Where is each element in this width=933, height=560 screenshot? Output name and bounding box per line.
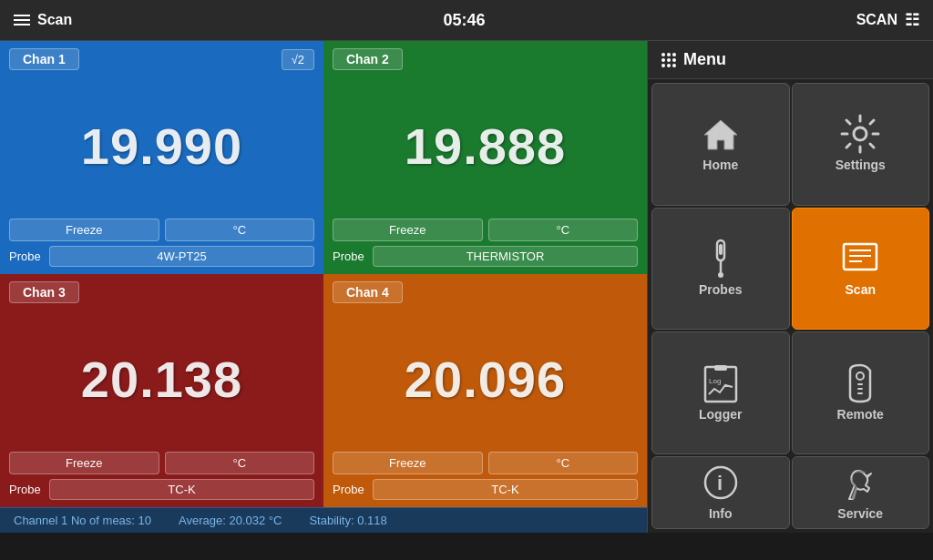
menu-probes-label: Probes (699, 282, 742, 297)
channel-2-probe-value: THERMISTOR (373, 246, 638, 267)
svg-rect-11 (719, 244, 723, 255)
menu-title: Menu (683, 50, 726, 69)
menu-info-label: Info (709, 506, 733, 521)
channel-4-unit-button[interactable]: °C (488, 452, 639, 474)
channel-1-probe: Probe 4W-PT25 (9, 246, 314, 267)
menu-item-remote[interactable]: Remote (792, 331, 930, 454)
menu-item-logger[interactable]: Log Logger (651, 331, 790, 454)
status-bar: Channel 1 No of meas: 10 Average: 20.032… (0, 507, 647, 533)
svg-line-6 (846, 120, 850, 124)
info-icon: i (699, 464, 743, 501)
channel-4-name-button[interactable]: Chan 4 (333, 281, 403, 303)
scan-icon (838, 240, 882, 277)
channel-3-probe-value: TC-K (49, 479, 314, 500)
header-time: 05:46 (443, 11, 485, 30)
menu-logger-label: Logger (699, 407, 742, 422)
svg-point-21 (856, 372, 864, 380)
svg-rect-24 (857, 392, 863, 394)
menu-home-label: Home (702, 158, 738, 172)
channel-3-header: Chan 3 (9, 281, 314, 303)
channel-2-controls: Freeze °C (333, 219, 638, 241)
channel-3-unit-button[interactable]: °C (165, 452, 315, 474)
menu-item-scan[interactable]: Scan (792, 208, 930, 331)
svg-line-9 (846, 144, 850, 148)
menu-header: Menu (648, 41, 933, 79)
channel-3-controls: Freeze °C (9, 452, 314, 474)
channel-4-freeze-button[interactable]: Freeze (333, 452, 483, 474)
svg-text:i: i (717, 472, 723, 494)
header-title-area: Scan (14, 12, 72, 28)
channel-section: Chan 1 √2 19.990 Freeze °C Probe 4W-PT25… (0, 41, 647, 533)
channel-1-panel: Chan 1 √2 19.990 Freeze °C Probe 4W-PT25 (0, 41, 323, 274)
channel-1-value: 19.990 (9, 75, 314, 219)
channel-3-name-button[interactable]: Chan 3 (9, 281, 79, 303)
app-title: Scan (37, 12, 72, 28)
channel-4-value: 20.096 (333, 308, 638, 452)
menu-dots-icon (661, 53, 676, 67)
scan-label: SCAN (856, 12, 897, 28)
svg-text:Log: Log (709, 377, 721, 385)
channel-1-probe-value: 4W-PT25 (49, 246, 314, 267)
channel-2-probe: Probe THERMISTOR (333, 246, 638, 267)
settings-icon (838, 116, 882, 152)
channel-1-probe-label: Probe (9, 249, 44, 263)
channel-3-probe: Probe TC-K (9, 479, 314, 500)
channel-1-header: Chan 1 √2 (9, 48, 314, 70)
channel-3-freeze-button[interactable]: Freeze (9, 452, 159, 474)
channel-1-controls: Freeze °C (9, 219, 314, 241)
channel-grid: Chan 1 √2 19.990 Freeze °C Probe 4W-PT25… (0, 41, 647, 507)
service-icon (838, 464, 882, 501)
menu-item-home[interactable]: Home (651, 83, 790, 206)
menu-item-service[interactable]: Service (792, 456, 930, 529)
svg-point-1 (854, 127, 866, 140)
channel-4-probe: Probe TC-K (333, 479, 638, 500)
home-icon (699, 116, 743, 152)
channel-4-probe-label: Probe (333, 483, 367, 496)
channel-4-panel: Chan 4 20.096 Freeze °C Probe TC-K (323, 274, 647, 507)
channel-1-freeze-button[interactable]: Freeze (9, 219, 159, 241)
menu-hamburger-icon (14, 15, 30, 25)
status-average: Average: 20.032 °C (179, 514, 282, 527)
channel-3-value: 20.138 (9, 308, 314, 452)
channel-4-probe-value: TC-K (373, 479, 638, 500)
channel-3-probe-label: Probe (9, 483, 44, 496)
logger-icon: Log (699, 365, 743, 402)
menu-remote-label: Remote (837, 407, 884, 422)
status-channel-info: Channel 1 No of meas: 10 (14, 514, 151, 527)
header-scan-area: SCAN ☷ (856, 10, 919, 30)
menu-grid: Home (648, 79, 933, 533)
channel-1-unit-button[interactable]: °C (165, 219, 315, 241)
menu-settings-label: Settings (836, 158, 886, 172)
svg-rect-22 (857, 383, 863, 385)
menu-panel: Menu Home (647, 41, 933, 533)
channel-2-probe-label: Probe (333, 249, 367, 263)
usb-icon: ☷ (905, 10, 919, 30)
main-layout: Chan 1 √2 19.990 Freeze °C Probe 4W-PT25… (0, 41, 933, 533)
channel-2-header: Chan 2 (333, 48, 638, 70)
app-header: Scan 05:46 SCAN ☷ (0, 0, 933, 41)
menu-item-probes[interactable]: Probes (651, 208, 790, 331)
status-stability: Stability: 0.118 (309, 514, 386, 527)
channel-2-unit-button[interactable]: °C (488, 219, 639, 241)
channel-1-name-button[interactable]: Chan 1 (9, 48, 79, 70)
channel-1-extra-button[interactable]: √2 (282, 49, 314, 70)
svg-rect-19 (714, 365, 727, 371)
channel-4-header: Chan 4 (333, 281, 638, 303)
svg-line-8 (870, 120, 874, 124)
menu-item-info[interactable]: i Info (651, 456, 790, 529)
menu-item-settings[interactable]: Settings (792, 83, 930, 206)
probes-icon (699, 240, 743, 277)
channel-2-freeze-button[interactable]: Freeze (333, 219, 483, 241)
svg-marker-0 (704, 120, 737, 149)
channel-3-panel: Chan 3 20.138 Freeze °C Probe TC-K (0, 274, 323, 507)
svg-point-13 (718, 272, 723, 278)
channel-4-controls: Freeze °C (333, 452, 638, 474)
remote-icon (838, 365, 882, 402)
svg-line-7 (870, 144, 874, 148)
channel-2-name-button[interactable]: Chan 2 (333, 48, 403, 70)
menu-scan-label: Scan (846, 282, 876, 297)
channel-2-panel: Chan 2 19.888 Freeze °C Probe THERMISTOR (323, 41, 647, 274)
svg-rect-23 (857, 388, 863, 390)
menu-service-label: Service (837, 506, 883, 521)
channel-2-value: 19.888 (333, 75, 638, 219)
